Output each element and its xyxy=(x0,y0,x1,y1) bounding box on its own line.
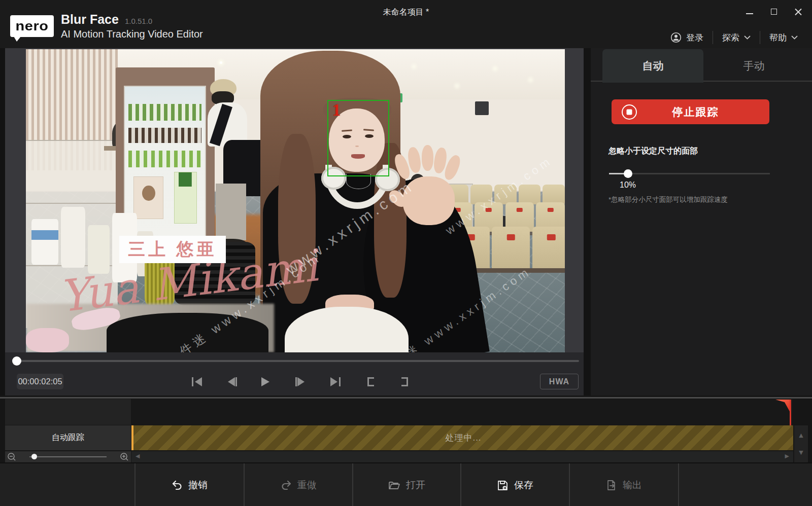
zoom-slider-track[interactable] xyxy=(29,456,107,457)
export-button[interactable]: 输出 xyxy=(570,463,678,506)
slider-handle[interactable] xyxy=(624,169,632,178)
open-folder-icon xyxy=(388,480,400,491)
minimize-button[interactable] xyxy=(741,4,758,19)
tab-auto[interactable]: 自动 xyxy=(602,49,703,83)
seek-track[interactable] xyxy=(14,360,579,362)
zoom-in-icon[interactable] xyxy=(120,452,129,461)
menu-divider xyxy=(760,31,760,44)
stop-tracking-label: 停止跟踪 xyxy=(637,105,754,119)
scroll-up-arrow-icon[interactable]: ▲ xyxy=(794,432,808,438)
title-bar: 未命名项目 * nero Blur Face 1.0.51.0 AI Motio… xyxy=(0,0,812,48)
chevron-down-icon xyxy=(791,35,798,40)
skip-end-button[interactable] xyxy=(327,375,344,388)
close-button[interactable] xyxy=(790,4,807,19)
zoom-out-icon[interactable] xyxy=(7,452,16,461)
playhead-handle[interactable] xyxy=(12,356,21,366)
maximize-icon xyxy=(771,9,777,15)
next-frame-button[interactable] xyxy=(292,375,309,388)
explore-label: 探索 xyxy=(722,32,739,44)
timeline-header-cell xyxy=(5,399,131,425)
mark-out-icon xyxy=(401,377,408,386)
stop-icon xyxy=(622,104,637,120)
redo-label: 重做 xyxy=(297,479,317,492)
zoom-slider-handle[interactable] xyxy=(31,454,37,459)
size-filter-slider[interactable] xyxy=(609,169,770,178)
help-menu[interactable]: 帮助 xyxy=(769,32,798,44)
scene-speaker xyxy=(475,101,489,116)
timeline-vertical-scrollbar[interactable]: ▲ ▼ xyxy=(794,425,808,462)
scroll-right-arrow-icon[interactable]: ▶ xyxy=(785,453,789,459)
size-filter-value: 10% xyxy=(615,180,640,190)
timeline-zoom-controls xyxy=(5,451,131,462)
timeline-horizontal-scrollbar[interactable]: ◀ ▶ xyxy=(131,451,793,462)
video-preview[interactable]: Yua Mikami 三上 悠亜 www.xxrjm.com 小小软件迷 www… xyxy=(26,49,565,352)
panel-tabs: 自动 手动 xyxy=(591,49,812,82)
scene-fridge-shelf xyxy=(128,151,201,167)
name-watermark-text: 三上 悠亜 xyxy=(128,238,217,261)
previous-frame-icon xyxy=(225,376,239,387)
scene-fridge-shelf xyxy=(128,104,201,121)
slider-track[interactable] xyxy=(609,173,770,174)
scroll-left-arrow-icon[interactable]: ◀ xyxy=(136,453,140,459)
open-label: 打开 xyxy=(406,479,425,492)
stop-tracking-button[interactable]: 停止跟踪 xyxy=(612,99,769,124)
save-floppy-icon xyxy=(497,480,509,491)
scroll-down-arrow-icon[interactable]: ▼ xyxy=(794,450,808,455)
skip-start-icon xyxy=(190,376,204,387)
app-version: 1.0.51.0 xyxy=(125,17,152,25)
next-frame-icon xyxy=(294,376,307,387)
previous-frame-button[interactable] xyxy=(224,375,240,388)
face-tracking-box[interactable]: 1 xyxy=(327,100,389,176)
user-icon xyxy=(670,32,682,43)
explore-menu[interactable]: 探索 xyxy=(722,32,751,44)
scene-fridge-shelf xyxy=(128,128,201,143)
timeline-divider xyxy=(0,397,812,399)
undo-button[interactable]: 撤销 xyxy=(136,463,244,506)
face-tracking-number: 1 xyxy=(332,101,341,120)
login-label: 登录 xyxy=(686,32,703,44)
seek-bar[interactable] xyxy=(5,352,584,370)
mark-in-button[interactable] xyxy=(362,375,379,388)
scene-finger xyxy=(422,145,433,171)
name-watermark-band: 三上 悠亜 xyxy=(119,236,226,263)
video-frame: Yua Mikami 三上 悠亜 www.xxrjm.com 小小软件迷 www… xyxy=(5,48,584,352)
app-name: Blur Face xyxy=(61,12,119,27)
skip-end-icon xyxy=(329,376,342,387)
top-menu: 登录 探索 帮助 xyxy=(670,29,798,46)
login-button[interactable]: 登录 xyxy=(670,32,703,44)
menu-divider xyxy=(713,31,713,44)
hwa-toggle[interactable]: HWA xyxy=(540,374,579,389)
timeline-zoom-slider[interactable] xyxy=(22,451,114,462)
mark-out-button[interactable] xyxy=(396,375,413,388)
timeline-ruler[interactable] xyxy=(131,399,793,425)
save-button[interactable]: 保存 xyxy=(461,463,569,506)
timeline: 自动跟踪 处理中... ▲ ▼ ◀ ▶ xyxy=(0,395,812,462)
redo-button[interactable]: 重做 xyxy=(245,463,352,506)
size-filter-label: 忽略小于设定尺寸的面部 xyxy=(608,146,698,157)
maximize-button[interactable] xyxy=(765,4,783,19)
open-button[interactable]: 打开 xyxy=(353,463,460,506)
bottom-toolbar: 撤销 重做 打开 保存 输出 xyxy=(0,462,812,506)
scene-pink-cloth xyxy=(26,328,69,352)
tab-manual[interactable]: 手动 xyxy=(703,49,804,83)
toolbar-divider xyxy=(678,463,679,506)
help-label: 帮助 xyxy=(769,32,787,44)
skip-start-button[interactable] xyxy=(189,375,205,388)
nero-logo-text: nero xyxy=(16,18,49,33)
undo-label: 撤销 xyxy=(188,479,208,492)
nero-logo: nero xyxy=(10,15,54,37)
play-icon xyxy=(259,376,272,387)
window-controls xyxy=(741,4,807,19)
mark-in-icon xyxy=(367,377,374,386)
export-label: 输出 xyxy=(623,479,642,492)
size-filter-note: *忽略部分小尺寸面部可以增加跟踪速度 xyxy=(608,195,728,204)
save-label: 保存 xyxy=(514,479,533,492)
timecode-display: 00:00:02:05 xyxy=(17,374,63,389)
redo-icon xyxy=(281,480,292,491)
processing-text: 处理中... xyxy=(445,432,481,444)
scene-tea-poster xyxy=(174,172,197,224)
minimize-icon xyxy=(746,13,753,14)
tracking-progress-clip[interactable]: 处理中... xyxy=(131,425,793,450)
export-icon xyxy=(606,480,617,491)
play-button[interactable] xyxy=(257,375,274,388)
